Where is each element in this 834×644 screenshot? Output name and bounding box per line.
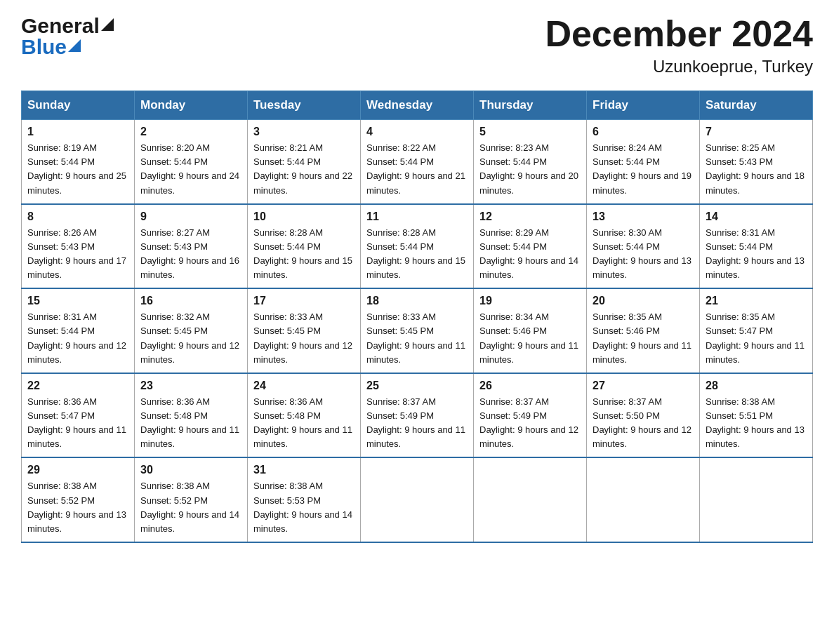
- day-info: Sunrise: 8:38 AMSunset: 5:52 PMDaylight:…: [27, 479, 128, 536]
- sunset-label: Sunset: 5:44 PM: [253, 156, 321, 167]
- table-row: 13Sunrise: 8:30 AMSunset: 5:44 PMDayligh…: [587, 204, 700, 289]
- col-monday: Monday: [135, 91, 248, 120]
- sunset-label: Sunset: 5:44 PM: [366, 156, 434, 167]
- day-info: Sunrise: 8:36 AMSunset: 5:47 PMDaylight:…: [27, 395, 128, 452]
- day-number: 20: [593, 295, 694, 307]
- day-number: 4: [366, 126, 468, 138]
- sunset-label: Sunset: 5:46 PM: [479, 326, 547, 336]
- sunset-label: Sunset: 5:46 PM: [593, 326, 660, 336]
- calendar-week-row: 8Sunrise: 8:26 AMSunset: 5:43 PMDaylight…: [22, 204, 813, 289]
- sunrise-label: Sunrise: 8:35 AM: [706, 311, 775, 322]
- daylight-label: Daylight: 9 hours and 12 minutes.: [27, 340, 126, 365]
- sunset-label: Sunset: 5:43 PM: [140, 241, 208, 252]
- sunrise-label: Sunrise: 8:19 AM: [27, 142, 97, 153]
- calendar-week-row: 22Sunrise: 8:36 AMSunset: 5:47 PMDayligh…: [22, 373, 813, 458]
- table-row: 9Sunrise: 8:27 AMSunset: 5:43 PMDaylight…: [135, 204, 248, 289]
- day-info: Sunrise: 8:28 AMSunset: 5:44 PMDaylight:…: [253, 226, 355, 283]
- day-info: Sunrise: 8:32 AMSunset: 5:45 PMDaylight:…: [140, 310, 241, 367]
- day-number: 22: [27, 380, 128, 392]
- sunset-label: Sunset: 5:44 PM: [253, 241, 321, 252]
- daylight-label: Daylight: 9 hours and 11 minutes.: [706, 340, 805, 365]
- col-wednesday: Wednesday: [361, 91, 474, 120]
- day-number: 14: [706, 210, 807, 223]
- table-row: 14Sunrise: 8:31 AMSunset: 5:44 PMDayligh…: [700, 204, 813, 289]
- sunset-label: Sunset: 5:44 PM: [479, 156, 547, 167]
- day-number: 31: [253, 464, 355, 476]
- daylight-label: Daylight: 9 hours and 14 minutes.: [253, 509, 352, 534]
- day-info: Sunrise: 8:35 AMSunset: 5:46 PMDaylight:…: [593, 310, 694, 367]
- calendar-title-block: December 2024 Uzunkoeprue, Turkey: [545, 14, 813, 76]
- sunrise-label: Sunrise: 8:38 AM: [140, 481, 210, 491]
- day-info: Sunrise: 8:21 AMSunset: 5:44 PMDaylight:…: [253, 141, 355, 198]
- daylight-label: Daylight: 9 hours and 19 minutes.: [593, 170, 691, 195]
- daylight-label: Daylight: 9 hours and 11 minutes.: [366, 424, 465, 449]
- sunrise-label: Sunrise: 8:38 AM: [27, 481, 97, 491]
- day-number: 12: [479, 210, 581, 223]
- sunrise-label: Sunrise: 8:33 AM: [253, 311, 323, 322]
- table-row: 18Sunrise: 8:33 AMSunset: 5:45 PMDayligh…: [361, 288, 474, 373]
- sunrise-label: Sunrise: 8:28 AM: [253, 227, 323, 238]
- daylight-label: Daylight: 9 hours and 25 minutes.: [27, 170, 126, 195]
- sunset-label: Sunset: 5:44 PM: [706, 241, 773, 252]
- day-number: 11: [366, 210, 468, 223]
- sunrise-label: Sunrise: 8:37 AM: [479, 396, 549, 407]
- daylight-label: Daylight: 9 hours and 21 minutes.: [366, 170, 465, 195]
- daylight-label: Daylight: 9 hours and 11 minutes.: [140, 424, 239, 449]
- day-number: 18: [366, 295, 468, 307]
- sunrise-label: Sunrise: 8:21 AM: [253, 142, 323, 153]
- day-info: Sunrise: 8:27 AMSunset: 5:43 PMDaylight:…: [140, 226, 241, 283]
- daylight-label: Daylight: 9 hours and 13 minutes.: [706, 424, 805, 449]
- calendar-week-row: 15Sunrise: 8:31 AMSunset: 5:44 PMDayligh…: [22, 288, 813, 373]
- daylight-label: Daylight: 9 hours and 24 minutes.: [140, 170, 239, 195]
- sunset-label: Sunset: 5:45 PM: [253, 326, 321, 336]
- sunrise-label: Sunrise: 8:33 AM: [366, 311, 436, 322]
- logo-triangle-icon: [101, 18, 114, 31]
- calendar-table: Sunday Monday Tuesday Wednesday Thursday…: [21, 90, 813, 543]
- col-tuesday: Tuesday: [248, 91, 361, 120]
- day-info: Sunrise: 8:28 AMSunset: 5:44 PMDaylight:…: [366, 226, 468, 283]
- page-header: General Blue December 2024 Uzunkoeprue, …: [21, 14, 813, 76]
- sunset-label: Sunset: 5:52 PM: [140, 495, 208, 506]
- table-row: 19Sunrise: 8:34 AMSunset: 5:46 PMDayligh…: [474, 288, 587, 373]
- sunset-label: Sunset: 5:48 PM: [253, 410, 321, 421]
- sunrise-label: Sunrise: 8:26 AM: [27, 227, 97, 238]
- day-number: 23: [140, 380, 241, 392]
- sunrise-label: Sunrise: 8:34 AM: [479, 311, 549, 322]
- sunset-label: Sunset: 5:44 PM: [27, 156, 95, 167]
- sunset-label: Sunset: 5:44 PM: [593, 241, 660, 252]
- sunset-label: Sunset: 5:44 PM: [366, 241, 434, 252]
- table-row: 8Sunrise: 8:26 AMSunset: 5:43 PMDaylight…: [22, 204, 135, 289]
- sunset-label: Sunset: 5:51 PM: [706, 410, 773, 421]
- sunrise-label: Sunrise: 8:35 AM: [593, 311, 662, 322]
- sunrise-label: Sunrise: 8:24 AM: [593, 142, 662, 153]
- col-sunday: Sunday: [22, 91, 135, 120]
- sunrise-label: Sunrise: 8:31 AM: [27, 311, 97, 322]
- table-row: 11Sunrise: 8:28 AMSunset: 5:44 PMDayligh…: [361, 204, 474, 289]
- day-info: Sunrise: 8:38 AMSunset: 5:52 PMDaylight:…: [140, 479, 241, 536]
- sunrise-label: Sunrise: 8:20 AM: [140, 142, 210, 153]
- table-row: 4Sunrise: 8:22 AMSunset: 5:44 PMDaylight…: [361, 120, 474, 204]
- calendar-title: December 2024: [545, 14, 813, 54]
- day-number: 13: [593, 210, 694, 223]
- day-info: Sunrise: 8:38 AMSunset: 5:53 PMDaylight:…: [253, 479, 355, 536]
- day-number: 7: [706, 126, 807, 138]
- day-number: 16: [140, 295, 241, 307]
- logo-blue-triangle-icon: [68, 39, 81, 52]
- table-row: 2Sunrise: 8:20 AMSunset: 5:44 PMDaylight…: [135, 120, 248, 204]
- daylight-label: Daylight: 9 hours and 16 minutes.: [140, 255, 239, 280]
- table-row: 17Sunrise: 8:33 AMSunset: 5:45 PMDayligh…: [248, 288, 361, 373]
- day-info: Sunrise: 8:22 AMSunset: 5:44 PMDaylight:…: [366, 141, 468, 198]
- sunrise-label: Sunrise: 8:29 AM: [479, 227, 549, 238]
- table-row: 16Sunrise: 8:32 AMSunset: 5:45 PMDayligh…: [135, 288, 248, 373]
- day-number: 27: [593, 380, 694, 392]
- sunset-label: Sunset: 5:47 PM: [27, 410, 95, 421]
- table-row: [700, 457, 813, 542]
- table-row: 28Sunrise: 8:38 AMSunset: 5:51 PMDayligh…: [700, 373, 813, 458]
- sunset-label: Sunset: 5:45 PM: [140, 326, 208, 336]
- table-row: 29Sunrise: 8:38 AMSunset: 5:52 PMDayligh…: [22, 457, 135, 542]
- daylight-label: Daylight: 9 hours and 11 minutes.: [479, 340, 578, 365]
- table-row: 26Sunrise: 8:37 AMSunset: 5:49 PMDayligh…: [474, 373, 587, 458]
- sunrise-label: Sunrise: 8:38 AM: [253, 481, 323, 491]
- daylight-label: Daylight: 9 hours and 12 minutes.: [253, 340, 352, 365]
- col-friday: Friday: [587, 91, 700, 120]
